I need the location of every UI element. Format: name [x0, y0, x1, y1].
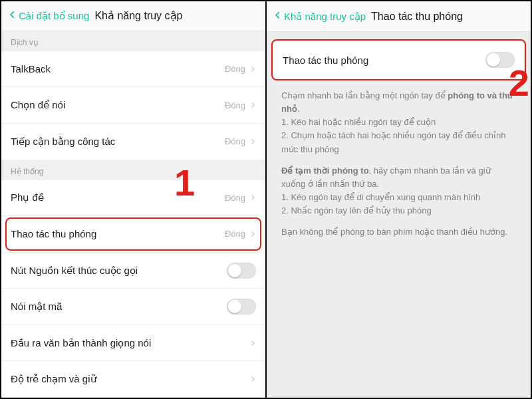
toggle-switch[interactable]	[227, 263, 256, 279]
row-touch-hold-delay[interactable]: Độ trễ chạm và giữ	[1, 361, 265, 398]
back-button[interactable]: Khả năng truy cập	[273, 11, 366, 23]
chevron-left-icon	[273, 11, 284, 22]
chevron-left-icon	[8, 10, 19, 21]
back-label: Cài đặt bổ sung	[19, 10, 89, 22]
header: Khả năng truy cập Thao tác thu phóng	[267, 1, 531, 32]
row-label: TalkBack	[11, 63, 51, 74]
magnification-help-text: Chạm nhanh ba lần bằng một ngón tay để p…	[267, 78, 531, 257]
chevron-right-icon	[249, 229, 256, 239]
row-switch-access[interactable]: Tiếp cận bằng công tác Đóng	[1, 124, 265, 160]
toggle-switch[interactable]	[485, 52, 515, 68]
row-status: Đóng	[225, 64, 245, 74]
row-label: Độ trễ chạm và giữ	[11, 373, 97, 385]
chevron-right-icon	[249, 338, 256, 348]
chevron-right-icon	[249, 374, 256, 384]
back-button[interactable]: Cài đặt bổ sung	[8, 10, 89, 22]
chevron-right-icon	[249, 137, 256, 146]
row-label: Tiếp cận bằng công tác	[11, 136, 115, 148]
row-label: Thao tác thu phóng	[11, 228, 96, 239]
row-select-to-speak[interactable]: Chọn để nói Đóng	[1, 87, 265, 124]
chevron-right-icon	[249, 100, 256, 110]
header: Cài đặt bổ sung Khả năng truy cập	[1, 1, 265, 31]
row-label: Nói mật mã	[11, 301, 62, 313]
row-label: Đầu ra văn bản thành giọng nói	[11, 337, 151, 349]
row-label: Chọn để nói	[11, 99, 65, 111]
screen-accessibility-settings: Cài đặt bổ sung Khả năng truy cập Dịch v…	[1, 1, 267, 398]
back-label: Khả năng truy cập	[284, 11, 366, 23]
row-label: Thao tác thu phóng	[283, 55, 368, 66]
row-tts-output[interactable]: Đầu ra văn bản thành giọng nói	[1, 325, 265, 362]
chevron-right-icon	[249, 65, 256, 74]
row-magnification[interactable]: Thao tác thu phóng Đóng	[1, 216, 265, 253]
row-status: Đóng	[225, 193, 245, 203]
row-status: Đóng	[225, 100, 245, 110]
row-status: Đóng	[225, 229, 245, 239]
toggle-switch[interactable]	[227, 299, 256, 315]
row-captions[interactable]: Phụ đề Đóng	[1, 180, 265, 217]
page-title: Thao tác thu phóng	[371, 11, 463, 23]
screen-magnification-gestures: Khả năng truy cập Thao tác thu phóng Tha…	[267, 1, 531, 398]
row-magnification-toggle[interactable]: Thao tác thu phóng	[273, 41, 524, 78]
section-header-system: Hệ thống	[1, 160, 265, 180]
page-title: Khả năng truy cập	[94, 9, 182, 22]
chevron-right-icon	[249, 193, 256, 202]
row-speak-passwords[interactable]: Nói mật mã	[1, 289, 265, 325]
row-label: Nút Nguồn kết thúc cuộc gọi	[11, 265, 138, 277]
section-header-service: Dịch vụ	[1, 31, 265, 51]
row-label: Phụ đề	[11, 192, 44, 203]
row-power-end-call[interactable]: Nút Nguồn kết thúc cuộc gọi	[1, 253, 265, 289]
row-status: Đóng	[225, 136, 245, 146]
row-talkback[interactable]: TalkBack Đóng	[1, 51, 265, 88]
